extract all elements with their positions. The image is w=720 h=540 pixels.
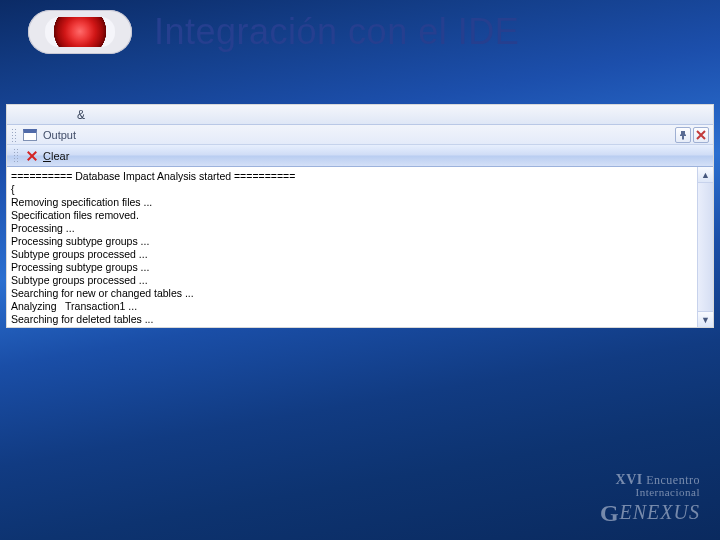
slide: Integración con el IDE & Output xyxy=(0,0,720,540)
output-panel-titlebar[interactable]: Output xyxy=(7,125,713,145)
vertical-scrollbar[interactable]: ▲ ▼ xyxy=(697,167,713,327)
scroll-down-button[interactable]: ▼ xyxy=(698,311,713,327)
output-log[interactable]: ========== Database Impact Analysis star… xyxy=(7,167,697,327)
scroll-up-button[interactable]: ▲ xyxy=(698,167,713,183)
panel-title-tools xyxy=(675,127,709,143)
output-toolbar: Clear xyxy=(7,145,713,167)
grip-icon[interactable] xyxy=(11,128,17,142)
clear-button[interactable]: Clear xyxy=(43,150,69,162)
close-icon xyxy=(696,130,706,140)
ide-screenshot: & Output Clear xyxy=(6,104,714,328)
close-button[interactable] xyxy=(693,127,709,143)
output-body: ========== Database Impact Analysis star… xyxy=(7,167,713,327)
pin-icon xyxy=(678,130,688,140)
record-dot-icon xyxy=(45,17,115,47)
output-panel-icon xyxy=(23,129,37,141)
footer-line1: XVI Encuentro xyxy=(600,473,700,488)
scroll-track[interactable] xyxy=(698,183,713,311)
title-row: Integración con el IDE xyxy=(0,0,720,54)
genexus-logo: GENEXUS xyxy=(600,501,700,526)
footer-line2: Internacional xyxy=(600,487,700,499)
output-panel-title: Output xyxy=(43,129,76,141)
footer-branding: XVI Encuentro Internacional GENEXUS xyxy=(600,473,700,526)
ide-toolbar-strip: & xyxy=(7,105,713,125)
ampersand-icon: & xyxy=(77,108,85,122)
logo-pill xyxy=(28,10,132,54)
clear-icon[interactable] xyxy=(25,149,39,163)
grip-icon[interactable] xyxy=(13,148,19,164)
slide-title: Integración con el IDE xyxy=(154,11,519,53)
pin-button[interactable] xyxy=(675,127,691,143)
